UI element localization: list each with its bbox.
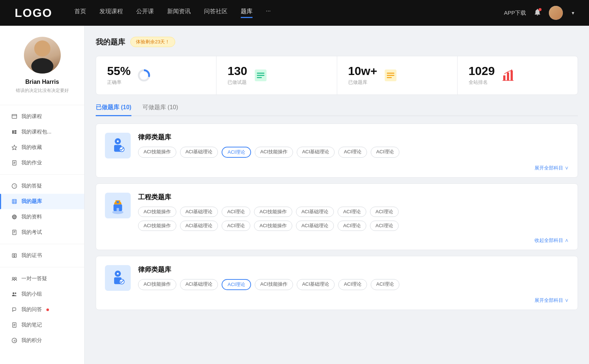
bank-tag-0[interactable]: ACI技能操作 — [138, 279, 176, 290]
bank-tag-5[interactable]: ACI理论 — [338, 207, 366, 217]
svg-text:积: 积 — [14, 339, 16, 342]
bank-tag-5[interactable]: ACI理论 — [338, 279, 367, 290]
sidebar-item-label: 我的问答 — [21, 306, 42, 313]
bank-tag-4[interactable]: ACI基础理论 — [297, 147, 335, 158]
user-motto: 错误的决定比没有决定要好 — [7, 88, 77, 94]
sidebar-item-star[interactable]: 我的收藏 — [0, 140, 84, 155]
bank-tag-2[interactable]: ACI理论 — [222, 207, 250, 217]
bank-tag-r2-2[interactable]: ACI理论 — [222, 221, 250, 231]
sidebar-item-bank[interactable]: 我的题库 — [0, 194, 84, 209]
tab-0[interactable]: 已做题库 (10) — [96, 104, 131, 116]
svg-marker-54 — [511, 69, 513, 71]
bank-tag-4[interactable]: ACI基础理论 — [296, 207, 334, 217]
user-avatar[interactable] — [549, 6, 563, 20]
expand-btn[interactable]: 展开全部科目 ∨ — [535, 165, 569, 171]
bank-tag-r2-4[interactable]: ACI基础理论 — [296, 221, 334, 231]
sidebar-item-label: 我的笔记 — [21, 322, 42, 328]
bank-tag-0[interactable]: ACI技能操作 — [138, 207, 176, 217]
bank-tag-1[interactable]: ACI基础理论 — [180, 147, 218, 158]
bank-tag-1[interactable]: ACI基础理论 — [180, 207, 218, 217]
nav-right: APP下载 ▾ — [504, 6, 574, 20]
svg-point-32 — [13, 292, 14, 294]
nav-link[interactable]: 发现课程 — [99, 8, 123, 18]
bank-tag-r2-6[interactable]: ACI理论 — [370, 221, 399, 231]
sidebar-divider-1 — [0, 105, 84, 105]
bank-tag-3[interactable]: ACI技能操作 — [254, 207, 292, 217]
sidebar-divider — [0, 267, 84, 267]
nav-link[interactable]: 新闻资讯 — [167, 8, 191, 18]
sidebar-item-label: 我的收藏 — [21, 144, 42, 151]
nav-link[interactable]: 公开课 — [136, 8, 154, 18]
page-wrapper: Brian Harris 错误的决定比没有决定要好 我的课程我的课程包...我的… — [0, 0, 589, 364]
bank-tag-2[interactable]: ACI理论 — [222, 147, 251, 158]
qa-icon: ? — [11, 183, 18, 189]
nav-link[interactable]: ··· — [266, 8, 271, 18]
sidebar-item-qa[interactable]: ?我的答疑 — [0, 178, 84, 194]
bank-title: 工程类题库 — [138, 193, 569, 201]
bank-tag-6[interactable]: ACI理论 — [370, 207, 399, 217]
bank-tag-r2-5[interactable]: ACI理论 — [338, 221, 366, 231]
star-icon — [11, 144, 18, 151]
avatar-image — [24, 37, 61, 74]
bank-header: 律师类题库 ACI技能操作ACI基础理论ACI理论ACI技能操作ACI基础理论A… — [105, 133, 569, 158]
bank-tag-2[interactable]: ACI理论 — [222, 279, 251, 290]
collapse-btn[interactable]: 收起全部科目 ∧ — [535, 238, 569, 243]
svg-point-28 — [14, 254, 15, 256]
sidebar-item-cert[interactable]: 我的证书 — [0, 248, 84, 263]
sidebar-item-resource[interactable]: 我的资料 — [0, 209, 84, 225]
svg-rect-14 — [12, 199, 16, 203]
sidebar-divider — [0, 244, 84, 244]
stat-main: 130 已做试题 — [228, 65, 247, 86]
bank-tag-3[interactable]: ACI技能操作 — [255, 279, 293, 290]
sidebar-item-note[interactable]: 我的笔记 — [0, 317, 84, 333]
nav-link[interactable]: 问答社区 — [204, 8, 228, 18]
page-header: 我的题库 体验剩余23天！ — [96, 37, 578, 47]
bank-tag-4[interactable]: ACI基础理论 — [297, 279, 335, 290]
user-name: Brian Harris — [7, 79, 77, 85]
sidebar-menu: 我的课程我的课程包...我的收藏我的作业?我的答疑我的题库我的资料我的考试我的证… — [0, 109, 84, 348]
nav-link[interactable]: 首页 — [74, 8, 86, 18]
sidebar-item-points[interactable]: 积我的积分 — [0, 333, 84, 348]
sidebar-item-course[interactable]: 我的课程 — [0, 109, 84, 124]
app-download-btn[interactable]: APP下载 — [504, 10, 526, 17]
sidebar-item-package[interactable]: 我的课程包... — [0, 124, 84, 140]
bank-tag-r2-3[interactable]: ACI技能操作 — [254, 221, 292, 231]
svg-rect-63 — [117, 208, 119, 211]
sidebar-item-exam[interactable]: 我的考试 — [0, 225, 84, 240]
stat-done-banks: 10w+ 已做题库 — [337, 56, 458, 94]
sidebar-divider — [0, 174, 84, 175]
bank-tag-1[interactable]: ACI基础理论 — [180, 279, 218, 290]
user-menu-chevron[interactable]: ▾ — [572, 10, 574, 16]
svg-point-30 — [12, 277, 14, 279]
stat-number: 55% — [107, 65, 131, 77]
notification-bell[interactable] — [533, 8, 542, 18]
nav-link[interactable]: 题库 — [241, 8, 253, 18]
stat-done-questions: 130 已做试题 — [216, 56, 337, 94]
stat-label: 已做试题 — [228, 79, 247, 86]
nav-logo: LOGO — [15, 6, 52, 20]
sidebar-item-label: 我的资料 — [21, 214, 42, 220]
bank-tag-3[interactable]: ACI技能操作 — [255, 147, 293, 158]
svg-point-33 — [15, 293, 16, 294]
bank-tag-0[interactable]: ACI技能操作 — [138, 147, 176, 158]
sidebar-item-group[interactable]: 我的小组 — [0, 286, 84, 302]
sidebar-item-homework[interactable]: 我的作业 — [0, 155, 84, 171]
bank-tag-5[interactable]: ACI理论 — [338, 147, 367, 158]
svg-rect-52 — [511, 71, 513, 81]
bank-tag-r2-1[interactable]: ACI基础理论 — [180, 221, 218, 231]
expand-btn[interactable]: 展开全部科目 ∨ — [535, 297, 569, 303]
bank-title: 律师类题库 — [138, 133, 569, 142]
stat-main: 10w+ 已做题库 — [348, 65, 377, 86]
bank-icon — [11, 198, 18, 205]
stat-label: 已做题库 — [348, 79, 377, 86]
trial-badge: 体验剩余23天！ — [130, 37, 175, 47]
bank-tag-r2-0[interactable]: ACI技能操作 — [138, 221, 176, 231]
bank-tag-6[interactable]: ACI理论 — [371, 147, 399, 158]
sidebar-item-one2one[interactable]: 一对一答疑 — [0, 271, 84, 286]
stat-number: 1029 — [469, 65, 495, 77]
bank-tag-6[interactable]: ACI理论 — [371, 279, 399, 290]
navbar: LOGO 首页发现课程公开课新闻资讯问答社区题库··· APP下载 ▾ — [0, 0, 589, 26]
sidebar-item-question[interactable]: 我的问答 — [0, 302, 84, 317]
tab-1[interactable]: 可做题库 (10) — [142, 104, 178, 115]
exam-icon — [11, 229, 18, 236]
